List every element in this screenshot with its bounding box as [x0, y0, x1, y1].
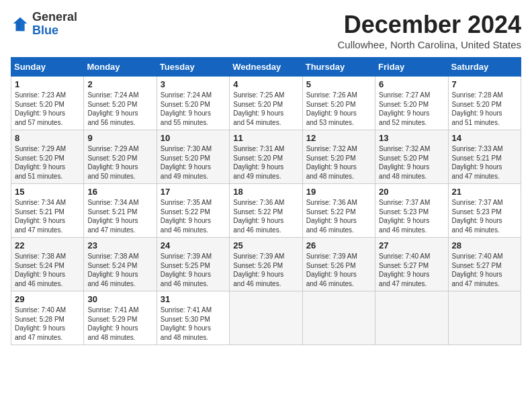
- day-number: 14: [452, 133, 517, 143]
- cell-text: Sunrise: 7:35 AMSunset: 5:22 PMDaylight:…: [161, 199, 212, 234]
- table-row: 19 Sunrise: 7:36 AMSunset: 5:22 PMDaylig…: [302, 184, 375, 238]
- day-number: 7: [452, 79, 517, 89]
- cell-text: Sunrise: 7:27 AMSunset: 5:20 PMDaylight:…: [379, 91, 430, 126]
- cell-text: Sunrise: 7:24 AMSunset: 5:20 PMDaylight:…: [161, 91, 212, 126]
- table-row: 11 Sunrise: 7:31 AMSunset: 5:20 PMDaylig…: [230, 130, 302, 184]
- logo-icon: [11, 15, 30, 34]
- day-number: 26: [306, 240, 371, 250]
- cell-text: Sunrise: 7:37 AMSunset: 5:23 PMDaylight:…: [379, 199, 430, 234]
- day-number: 11: [233, 133, 298, 143]
- day-number: 21: [452, 187, 517, 197]
- header-sunday: Sunday: [11, 58, 84, 77]
- cell-text: Sunrise: 7:40 AMSunset: 5:28 PMDaylight:…: [15, 306, 66, 341]
- table-row: 25 Sunrise: 7:39 AMSunset: 5:26 PMDaylig…: [230, 238, 302, 291]
- calendar-table: Sunday Monday Tuesday Wednesday Thursday…: [11, 57, 521, 345]
- table-row: [448, 291, 521, 345]
- table-row: 14 Sunrise: 7:33 AMSunset: 5:21 PMDaylig…: [448, 130, 521, 184]
- table-row: 6 Sunrise: 7:27 AMSunset: 5:20 PMDayligh…: [375, 77, 448, 130]
- cell-text: Sunrise: 7:40 AMSunset: 5:27 PMDaylight:…: [379, 253, 430, 287]
- cell-text: Sunrise: 7:30 AMSunset: 5:20 PMDaylight:…: [161, 145, 212, 180]
- day-number: 18: [233, 187, 298, 197]
- cell-text: Sunrise: 7:39 AMSunset: 5:25 PMDaylight:…: [161, 253, 212, 287]
- logo: General Blue: [11, 11, 77, 38]
- table-row: [375, 291, 448, 345]
- day-number: 17: [161, 187, 226, 197]
- weekday-header-row: Sunday Monday Tuesday Wednesday Thursday…: [11, 58, 521, 77]
- day-number: 5: [306, 79, 371, 89]
- table-row: 4 Sunrise: 7:25 AMSunset: 5:20 PMDayligh…: [230, 77, 302, 130]
- cell-text: Sunrise: 7:39 AMSunset: 5:26 PMDaylight:…: [233, 253, 284, 287]
- cell-text: Sunrise: 7:33 AMSunset: 5:21 PMDaylight:…: [452, 145, 503, 180]
- cell-text: Sunrise: 7:32 AMSunset: 5:20 PMDaylight:…: [306, 145, 357, 180]
- day-number: 25: [233, 240, 298, 250]
- cell-text: Sunrise: 7:31 AMSunset: 5:20 PMDaylight:…: [233, 145, 284, 180]
- cell-text: Sunrise: 7:36 AMSunset: 5:22 PMDaylight:…: [233, 199, 284, 234]
- cell-text: Sunrise: 7:29 AMSunset: 5:20 PMDaylight:…: [15, 145, 66, 180]
- table-row: 30 Sunrise: 7:41 AMSunset: 5:29 PMDaylig…: [84, 291, 157, 345]
- day-number: 12: [306, 133, 371, 143]
- table-row: 28 Sunrise: 7:40 AMSunset: 5:27 PMDaylig…: [448, 238, 521, 291]
- cell-text: Sunrise: 7:41 AMSunset: 5:29 PMDaylight:…: [87, 306, 138, 341]
- calendar-title: December 2024: [338, 11, 521, 39]
- svg-marker-1: [20, 17, 27, 32]
- table-row: 27 Sunrise: 7:40 AMSunset: 5:27 PMDaylig…: [375, 238, 448, 291]
- cell-text: Sunrise: 7:29 AMSunset: 5:20 PMDaylight:…: [87, 145, 138, 180]
- day-number: 4: [233, 79, 298, 89]
- day-number: 24: [161, 240, 226, 250]
- header-monday: Monday: [84, 58, 157, 77]
- table-row: 22 Sunrise: 7:38 AMSunset: 5:24 PMDaylig…: [11, 238, 84, 291]
- table-row: [302, 291, 375, 345]
- cell-text: Sunrise: 7:34 AMSunset: 5:21 PMDaylight:…: [15, 199, 66, 234]
- day-number: 31: [161, 294, 226, 304]
- table-row: 2 Sunrise: 7:24 AMSunset: 5:20 PMDayligh…: [84, 77, 157, 130]
- table-row: 17 Sunrise: 7:35 AMSunset: 5:22 PMDaylig…: [157, 184, 229, 238]
- header-tuesday: Tuesday: [157, 58, 229, 77]
- day-number: 23: [87, 240, 152, 250]
- table-row: 7 Sunrise: 7:28 AMSunset: 5:20 PMDayligh…: [448, 77, 521, 130]
- cell-text: Sunrise: 7:24 AMSunset: 5:20 PMDaylight:…: [87, 91, 138, 126]
- calendar-body: 1 Sunrise: 7:23 AMSunset: 5:20 PMDayligh…: [11, 77, 521, 345]
- table-row: 16 Sunrise: 7:34 AMSunset: 5:21 PMDaylig…: [84, 184, 157, 238]
- table-row: 8 Sunrise: 7:29 AMSunset: 5:20 PMDayligh…: [11, 130, 84, 184]
- title-area: December 2024 Cullowhee, North Carolina,…: [338, 11, 521, 50]
- header-wednesday: Wednesday: [230, 58, 302, 77]
- table-row: 3 Sunrise: 7:24 AMSunset: 5:20 PMDayligh…: [157, 77, 229, 130]
- day-number: 16: [87, 187, 152, 197]
- cell-text: Sunrise: 7:25 AMSunset: 5:20 PMDaylight:…: [233, 91, 284, 126]
- table-row: 12 Sunrise: 7:32 AMSunset: 5:20 PMDaylig…: [302, 130, 375, 184]
- header-thursday: Thursday: [302, 58, 375, 77]
- cell-text: Sunrise: 7:32 AMSunset: 5:20 PMDaylight:…: [379, 145, 430, 180]
- day-number: 28: [452, 240, 517, 250]
- day-number: 29: [15, 294, 80, 304]
- calendar-subtitle: Cullowhee, North Carolina, United States: [338, 39, 521, 50]
- cell-text: Sunrise: 7:28 AMSunset: 5:20 PMDaylight:…: [452, 91, 503, 126]
- header-friday: Friday: [375, 58, 448, 77]
- day-number: 20: [379, 187, 444, 197]
- cell-text: Sunrise: 7:23 AMSunset: 5:20 PMDaylight:…: [15, 91, 66, 126]
- day-number: 22: [15, 240, 80, 250]
- day-number: 2: [87, 79, 152, 89]
- cell-text: Sunrise: 7:36 AMSunset: 5:22 PMDaylight:…: [306, 199, 357, 234]
- table-row: 23 Sunrise: 7:38 AMSunset: 5:24 PMDaylig…: [84, 238, 157, 291]
- table-row: 15 Sunrise: 7:34 AMSunset: 5:21 PMDaylig…: [11, 184, 84, 238]
- header-saturday: Saturday: [448, 58, 521, 77]
- logo-blue: Blue: [32, 24, 58, 37]
- logo-general: General: [32, 10, 77, 24]
- table-row: 26 Sunrise: 7:39 AMSunset: 5:26 PMDaylig…: [302, 238, 375, 291]
- table-row: 1 Sunrise: 7:23 AMSunset: 5:20 PMDayligh…: [11, 77, 84, 130]
- day-number: 15: [15, 187, 80, 197]
- cell-text: Sunrise: 7:26 AMSunset: 5:20 PMDaylight:…: [306, 91, 357, 126]
- calendar-header: Sunday Monday Tuesday Wednesday Thursday…: [11, 58, 521, 77]
- cell-text: Sunrise: 7:37 AMSunset: 5:23 PMDaylight:…: [452, 199, 503, 234]
- day-number: 3: [161, 79, 226, 89]
- day-number: 6: [379, 79, 444, 89]
- cell-text: Sunrise: 7:40 AMSunset: 5:27 PMDaylight:…: [452, 253, 503, 287]
- table-row: 9 Sunrise: 7:29 AMSunset: 5:20 PMDayligh…: [84, 130, 157, 184]
- day-number: 1: [15, 79, 80, 89]
- day-number: 19: [306, 187, 371, 197]
- header: General Blue December 2024 Cullowhee, No…: [11, 11, 521, 50]
- table-row: [230, 291, 302, 345]
- table-row: 20 Sunrise: 7:37 AMSunset: 5:23 PMDaylig…: [375, 184, 448, 238]
- cell-text: Sunrise: 7:41 AMSunset: 5:30 PMDaylight:…: [161, 306, 212, 341]
- day-number: 27: [379, 240, 444, 250]
